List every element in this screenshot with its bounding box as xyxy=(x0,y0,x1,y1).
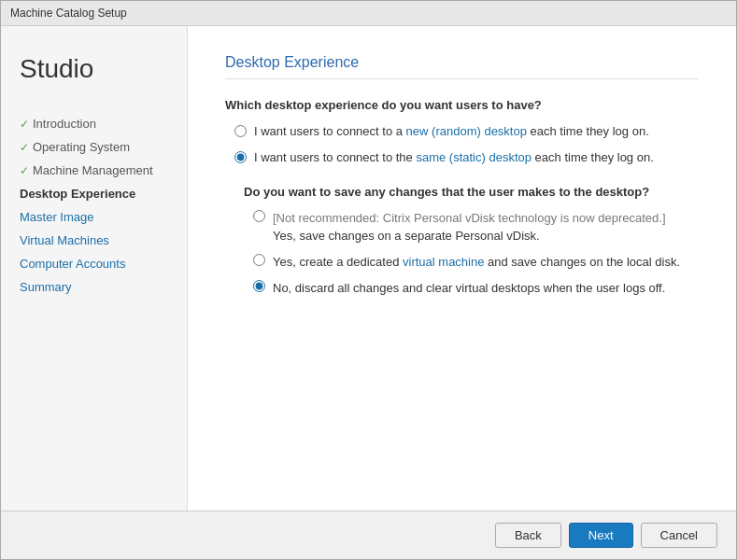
sidebar-item-label: Master Image xyxy=(20,210,93,224)
sidebar-item-operating-system[interactable]: ✓ Operating System xyxy=(1,135,187,159)
sidebar-item-master-image[interactable]: Master Image xyxy=(1,205,187,229)
sidebar-item-label: Operating System xyxy=(33,140,130,154)
radio-local-disk[interactable] xyxy=(253,254,265,266)
sidebar-item-label: Introduction xyxy=(33,117,96,131)
radio-option-random: I want users to connect to a new (random… xyxy=(225,123,699,140)
sidebar-item-machine-management[interactable]: ✓ Machine Management xyxy=(1,159,187,182)
sidebar-item-introduction[interactable]: ✓ Introduction xyxy=(1,112,187,135)
sidebar-item-desktop-experience[interactable]: Desktop Experience xyxy=(1,182,187,205)
radio-option-local-disk: Yes, create a dedicated virtual machine … xyxy=(244,254,699,271)
radio-discard[interactable] xyxy=(253,280,265,292)
radio-option-discard: No, discard all changes and clear virtua… xyxy=(244,280,699,297)
radio-local-disk-label[interactable]: Yes, create a dedicated virtual machine … xyxy=(273,254,680,271)
question1: Which desktop experience do you want use… xyxy=(225,98,699,112)
check-icon: ✓ xyxy=(20,141,29,154)
title-bar: Machine Catalog Setup xyxy=(1,1,736,26)
window: Machine Catalog Setup Studio ✓ Introduct… xyxy=(0,0,737,560)
app-name: Studio xyxy=(1,45,187,112)
sidebar-item-summary[interactable]: Summary xyxy=(1,275,187,299)
sidebar-item-label: Machine Management xyxy=(33,163,153,177)
sidebar-item-label: Computer Accounts xyxy=(20,257,125,271)
radio-pvdisk-label[interactable]: [Not recommended: Citrix Personal vDisk … xyxy=(273,210,666,244)
window-title: Machine Catalog Setup xyxy=(10,7,127,20)
footer: Back Next Cancel xyxy=(1,511,736,559)
back-button[interactable]: Back xyxy=(495,523,561,548)
section-title: Desktop Experience xyxy=(225,54,699,79)
cancel-button[interactable]: Cancel xyxy=(641,523,717,548)
sub-section: Do you want to save any changes that the… xyxy=(244,185,699,297)
sidebar-item-computer-accounts[interactable]: Computer Accounts xyxy=(1,252,187,275)
sidebar: Studio ✓ Introduction ✓ Operating System… xyxy=(1,26,188,511)
radio-random[interactable] xyxy=(234,125,247,137)
radio-random-label[interactable]: I want users to connect to a new (random… xyxy=(254,123,649,140)
sidebar-item-label: Desktop Experience xyxy=(20,187,135,201)
next-button[interactable]: Next xyxy=(569,523,633,548)
check-icon: ✓ xyxy=(20,118,29,131)
content-area: Studio ✓ Introduction ✓ Operating System… xyxy=(1,26,736,511)
radio-static[interactable] xyxy=(234,151,247,163)
question2: Do you want to save any changes that the… xyxy=(244,185,699,199)
radio-option-static: I want users to connect to the same (sta… xyxy=(225,149,699,166)
radio-static-label[interactable]: I want users to connect to the same (sta… xyxy=(254,149,654,166)
sidebar-item-label: Virtual Machines xyxy=(20,233,109,247)
radio-pvdisk[interactable] xyxy=(253,210,265,222)
main-content: Desktop Experience Which desktop experie… xyxy=(188,26,736,511)
check-icon: ✓ xyxy=(20,164,29,177)
radio-discard-label[interactable]: No, discard all changes and clear virtua… xyxy=(273,280,665,297)
sidebar-item-virtual-machines[interactable]: Virtual Machines xyxy=(1,229,187,252)
sidebar-item-label: Summary xyxy=(20,280,72,294)
radio-option-pvdisk: [Not recommended: Citrix Personal vDisk … xyxy=(244,210,699,244)
